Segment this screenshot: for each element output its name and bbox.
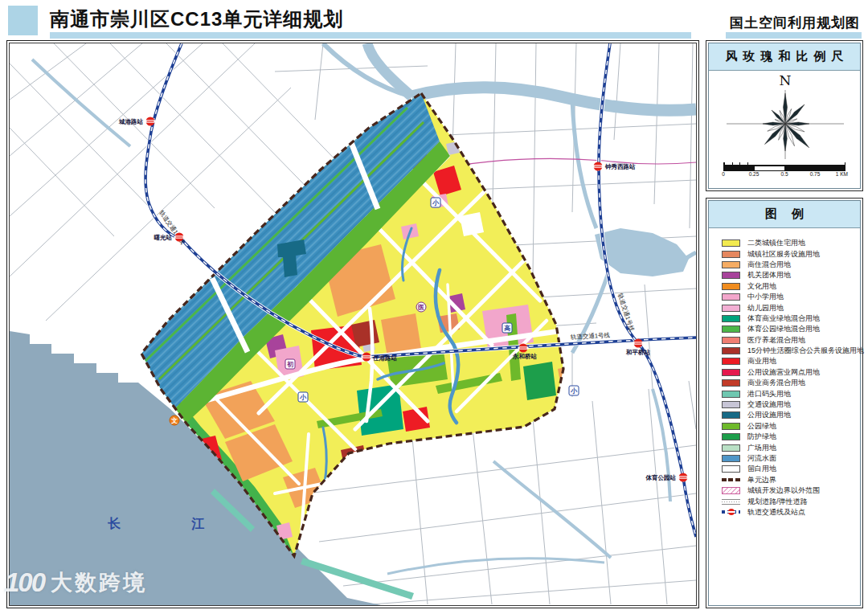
legend-swatch [722, 293, 740, 301]
legend-swatch [722, 272, 740, 279]
legend-label: 交通设施用地 [747, 399, 791, 410]
legend-label: 城镇开发边界以外范围 [747, 485, 820, 496]
map-canvas: 轨道交通1号线 轨道交通1号线 轨道交通1号线 小 小 小 高 初 医 文 城港… [10, 43, 696, 605]
legend-label: 防护绿地 [747, 432, 776, 442]
legend-item: 商业用地 [722, 356, 860, 366]
svg-text:文: 文 [170, 417, 178, 424]
wind-rose-panel-title: 风玫瑰和比例尺 [709, 43, 860, 71]
legend-swatch [722, 305, 740, 312]
svg-text:曙光站: 曙光站 [154, 234, 173, 241]
legend-item: 广场用地 [722, 442, 860, 452]
legend-swatch [722, 510, 740, 514]
wind-rose: N [709, 72, 862, 162]
legend-item: 港口码头用地 [722, 388, 860, 399]
legend-item: 交通设施用地 [722, 399, 860, 410]
watermark-logo: 100 [5, 567, 44, 598]
legend-swatch [722, 261, 740, 268]
legend-swatch [722, 251, 740, 258]
legend-label: 体育公园绿地混合用地 [747, 324, 820, 334]
legend-label: 商住混合用地 [747, 260, 791, 270]
legend-label: 留白用地 [747, 464, 776, 474]
legend-label: 幼儿园用地 [747, 303, 784, 313]
hospital-chip: 医 [416, 302, 426, 312]
legend-item: 城镇社区服务设施用地 [722, 248, 860, 259]
metro-station: 钟秀西路站 [593, 162, 637, 171]
legend-item: 轨道交通线及站点 [722, 507, 860, 518]
legend-title: 图 例 [709, 201, 860, 228]
legend-item: 公园绿地 [722, 421, 860, 432]
svg-text:高: 高 [504, 324, 510, 332]
watermark-text: 大数跨境 [51, 568, 147, 597]
metro-station: 城港路站 [118, 117, 156, 126]
metro-station: 任港路站 [362, 353, 398, 362]
legend-swatch [722, 465, 740, 473]
legend-item: 15分钟生活圈综合公共服务设施用地 [722, 346, 860, 356]
legend-item: 体育商业绿地混合用地 [722, 313, 860, 324]
legend-label: 机关团体用地 [747, 270, 791, 280]
legend-label: 体育商业绿地混合用地 [747, 313, 820, 324]
legend-label: 二类城镇住宅用地 [747, 238, 805, 248]
page: 南通市崇川区CC13单元详细规划 国土空间利用规划图 [0, 0, 868, 614]
title-accent-square [8, 6, 38, 35]
legend-label: 公用设施用地 [747, 410, 791, 420]
legend-item: 中小学用地 [722, 292, 860, 302]
page-title: 南通市崇川区CC13单元详细规划 [50, 6, 343, 32]
legend-swatch [722, 283, 740, 290]
legend-item: 商业商务混合用地 [722, 378, 860, 388]
metro-station: 曙光站 [154, 233, 185, 242]
legend-label: 城镇社区服务设施用地 [747, 249, 820, 260]
svg-text:和平桥站: 和平桥站 [625, 349, 651, 356]
svg-text:小: 小 [570, 387, 578, 395]
legend-item: 公用设施营业网点用地 [722, 367, 860, 378]
legend-swatch [722, 444, 740, 452]
legend-label: 单元边界 [747, 475, 776, 485]
legend-swatch [722, 433, 740, 440]
legend-swatch [722, 401, 740, 408]
right-title-underline [726, 32, 862, 39]
svg-text:任港路站: 任港路站 [372, 354, 398, 362]
school-chip: 小 [569, 386, 579, 395]
school-chip: 小 [298, 392, 308, 402]
legend-label: 规划道路/弹性道路 [747, 497, 808, 507]
legend-swatch [722, 379, 740, 387]
north-label: N [780, 72, 792, 88]
legend-label: 医疗养老混合用地 [747, 335, 805, 346]
legend-item: 机关团体用地 [722, 270, 860, 280]
legend-label: 轨道交通线及站点 [747, 507, 805, 518]
school-chip: 小 [431, 198, 440, 207]
legend-label: 河流水面 [747, 453, 776, 464]
legend-label: 商业商务混合用地 [747, 378, 805, 388]
legend-label: 公园绿地 [747, 421, 776, 432]
wind-rose-panel: 风玫瑰和比例尺 N 0 [706, 40, 863, 191]
watermark: 100 大数跨境 [5, 567, 147, 598]
legend-item: 规划道路/弹性道路 [722, 496, 860, 506]
legend-item: 河流水面 [722, 453, 860, 464]
legend-item: 防护绿地 [722, 432, 860, 442]
legend-swatch [722, 499, 740, 505]
scale-bar: 0 0.25 0.5 0.75 1 KM [723, 162, 845, 179]
legend-swatch [722, 411, 740, 419]
legend-item: 城镇开发边界以外范围 [722, 485, 860, 496]
legend-swatch [722, 325, 740, 333]
svg-text:城港路站: 城港路站 [118, 118, 144, 125]
title-underline [50, 32, 691, 39]
legend-label: 广场用地 [747, 443, 776, 453]
svg-text:小: 小 [432, 199, 440, 207]
legend-swatch [722, 315, 740, 322]
legend-swatch [722, 487, 740, 494]
legend-item: 医疗养老混合用地 [722, 335, 860, 346]
legend-item: 文化用地 [722, 281, 860, 292]
svg-text:小: 小 [299, 394, 307, 401]
legend-item: 商住混合用地 [722, 260, 860, 270]
svg-text:初: 初 [286, 361, 293, 368]
metro-station: 体育公园站 [645, 473, 689, 482]
map-sheet-title: 国土空间利用规划图 [730, 14, 860, 32]
legend-swatch [722, 337, 740, 344]
legend-label: 公用设施营业网点用地 [747, 367, 820, 378]
svg-text:医: 医 [418, 304, 424, 311]
legend-label: 商业用地 [747, 356, 776, 366]
legend-swatch [722, 391, 740, 398]
legend-label: 文化用地 [747, 281, 776, 292]
legend-swatch [722, 455, 740, 462]
legend-item: 体育公园绿地混合用地 [722, 324, 860, 334]
